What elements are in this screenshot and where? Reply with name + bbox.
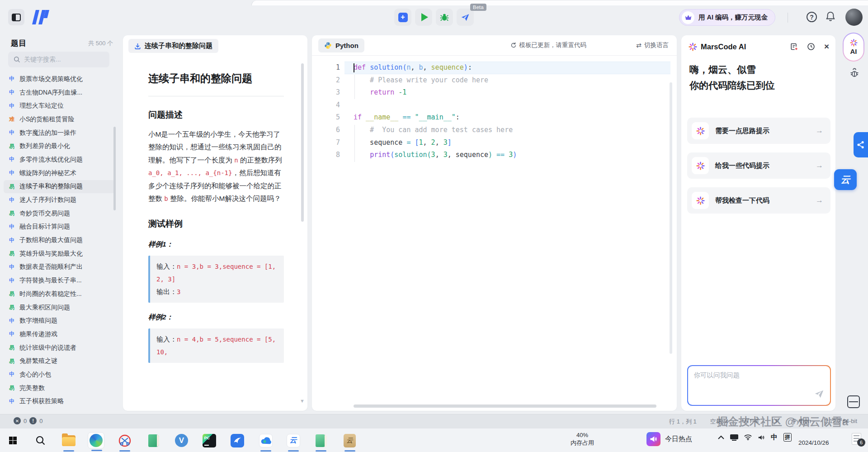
ime-indicator[interactable]: 中: [771, 433, 778, 442]
taskbar-cloud-app[interactable]: 云: [285, 432, 302, 449]
problem-list-item[interactable]: 易时尚圈的衣着稳定性...: [4, 287, 115, 301]
taskbar-notes-app[interactable]: [145, 432, 162, 449]
problem-list-item[interactable]: 中数字魔法的加一操作: [4, 126, 115, 140]
editor-vertical-scrollbar[interactable]: [670, 82, 672, 354]
difficulty-badge: 难: [9, 115, 15, 123]
cloud-rail-widget[interactable]: 云: [834, 169, 857, 190]
taskbar-package-app[interactable]: 云: [341, 432, 358, 449]
taskbar-netdisk[interactable]: [257, 432, 274, 449]
help-button[interactable]: ?: [807, 12, 817, 22]
code-line: # You can add more test cases here: [354, 124, 677, 137]
problem-list-item[interactable]: 中股票市场交易策略优化: [4, 72, 115, 86]
share-rail-widget[interactable]: [854, 132, 868, 157]
status-item[interactable]: 3.12.3 64-bit: [825, 418, 857, 426]
problem-list-item[interactable]: 中古生物DNA序列血缘...: [4, 86, 115, 100]
problem-list-item[interactable]: 中糖果传递游戏: [4, 328, 115, 341]
tray-display-icon[interactable]: [730, 434, 738, 441]
tray-expand-icon[interactable]: [718, 435, 724, 439]
problem-list-item[interactable]: 易完美整数: [4, 381, 115, 395]
status-item[interactable]: Python: [793, 418, 811, 426]
reset-code-link[interactable]: 模板已更新，请重置代码: [510, 41, 587, 49]
problem-list-item[interactable]: 中子数组和的最大值问题: [4, 233, 115, 247]
ai-suggestion-card[interactable]: 需要一点思路提示→: [687, 118, 830, 144]
wifi-icon[interactable]: [744, 434, 752, 440]
notification-center[interactable]: 6: [852, 432, 865, 447]
user-avatar[interactable]: [845, 9, 863, 26]
ai-question-input[interactable]: 你可以问我问题: [688, 366, 830, 405]
taskbar-v-app[interactable]: V: [173, 432, 190, 449]
run-button[interactable]: [415, 9, 432, 26]
ime-pinyin-indicator[interactable]: 拼: [783, 433, 792, 442]
switch-language-link[interactable]: ⇄ 切换语言: [636, 41, 669, 49]
problem-list-item[interactable]: 易最大乘积区间问题: [4, 301, 115, 314]
ai-rail-badge[interactable]: AI: [843, 33, 864, 62]
debug-rail-icon[interactable]: [849, 68, 860, 81]
problem-list-item[interactable]: 易兔群繁殖之谜: [4, 354, 115, 368]
problem-list-item[interactable]: 中融合目标计算问题: [4, 220, 115, 234]
search-input[interactable]: 关键字搜索...: [8, 52, 109, 67]
new-chat-button[interactable]: [790, 43, 798, 51]
problem-list-item[interactable]: 中数据表是否能顺利产出: [4, 261, 115, 274]
problem-scrollbar[interactable]: [301, 63, 304, 222]
notifications-button[interactable]: [826, 11, 835, 24]
taskbar-book-app[interactable]: [312, 432, 329, 449]
debug-run-button[interactable]: [436, 9, 453, 26]
problem-list-item[interactable]: 易连续子串和的整除问题: [4, 180, 115, 194]
sidebar-scrollbar[interactable]: [113, 127, 116, 210]
speaker-icon[interactable]: [758, 434, 765, 441]
close-panel-button[interactable]: ×: [824, 42, 829, 52]
problem-item-label: 五子棋获胜策略: [19, 397, 64, 405]
difficulty-badge: 中: [9, 75, 15, 83]
problem-chip-label: 连续子串和的整除问题: [145, 42, 212, 50]
line-number: 2: [312, 74, 340, 87]
problem-title-chip[interactable]: 连续子串和的整除问题: [128, 39, 218, 53]
problem-list-item[interactable]: 易数列差异的最小化: [4, 139, 115, 153]
send-icon[interactable]: [814, 389, 824, 400]
editor-horizontal-scrollbar[interactable]: [354, 404, 656, 408]
scroll-down-indicator[interactable]: ▼: [300, 398, 305, 404]
difficulty-badge: 易: [9, 384, 15, 392]
problems-summary[interactable]: ✕ 0 ! 0: [14, 417, 42, 424]
taskbar-search[interactable]: [32, 432, 49, 449]
layout-toggle-icon[interactable]: [847, 395, 860, 408]
bell-icon: [826, 11, 835, 22]
problem-list-item[interactable]: 易统计班级中的说谎者: [4, 341, 115, 355]
problem-list-item[interactable]: 易英雄升级与奖励最大化: [4, 247, 115, 261]
problem-list-item[interactable]: 中贪心的小包: [4, 368, 115, 381]
taskbar-thunder[interactable]: [229, 432, 245, 449]
start-button[interactable]: [5, 432, 21, 449]
status-item[interactable]: LF: [772, 418, 779, 426]
problem-list-item[interactable]: 难小S的货船租赁冒险: [4, 113, 115, 126]
problem-list-item[interactable]: 中五子棋获胜策略: [4, 395, 115, 409]
difficulty-badge: 易: [9, 250, 15, 257]
problem-list-item[interactable]: 易奇妙货币交易问题: [4, 207, 115, 220]
problem-list-item[interactable]: 中数字增殖问题: [4, 314, 115, 328]
taskbar-snipping-tool[interactable]: [116, 432, 133, 449]
promo-banner[interactable]: 用 AI 编码，赚万元现金: [679, 9, 775, 26]
taskbar-edge[interactable]: [88, 432, 104, 449]
ai-suggestion-card[interactable]: 给我一些代码提示→: [687, 152, 830, 179]
history-button[interactable]: [807, 43, 815, 51]
hotspot-widget[interactable]: 今日热点: [646, 432, 692, 446]
taskbar-pycharm[interactable]: PC: [201, 432, 217, 449]
status-item[interactable]: 空格: 4: [710, 418, 728, 426]
problem-list-item[interactable]: 中理想火车站定位: [4, 99, 115, 113]
code-editor[interactable]: 12345678 def solution(n, b, sequence): #…: [312, 56, 677, 411]
taskbar-date[interactable]: 2024/10/26: [798, 439, 829, 446]
ai-panel-header: MarsCode AI ×: [689, 41, 829, 52]
taskbar-explorer[interactable]: [60, 432, 77, 449]
problem-list-item[interactable]: 中多零件流水线优化问题: [4, 153, 115, 167]
problem-list-item[interactable]: 中字符替换与最长子串...: [4, 274, 115, 287]
memory-usage-widget[interactable]: 40% 内存占用: [560, 431, 605, 447]
ai-suggestion-card[interactable]: 帮我检查一下代码→: [687, 187, 830, 214]
problem-list-item[interactable]: 中螺旋阵列的神秘艺术: [4, 167, 115, 180]
status-item[interactable]: 行 1，列 1: [669, 418, 697, 426]
code-line: [354, 99, 677, 112]
marscode-logo[interactable]: [32, 10, 52, 24]
problem-list-item[interactable]: 中迷人子序列计数问题: [4, 193, 115, 207]
sidebar-toggle-button[interactable]: [8, 9, 24, 25]
submit-button[interactable]: [457, 9, 474, 26]
new-file-button[interactable]: +: [394, 9, 411, 26]
language-tab[interactable]: Python: [318, 38, 364, 52]
status-item[interactable]: UTF-8: [742, 418, 759, 426]
